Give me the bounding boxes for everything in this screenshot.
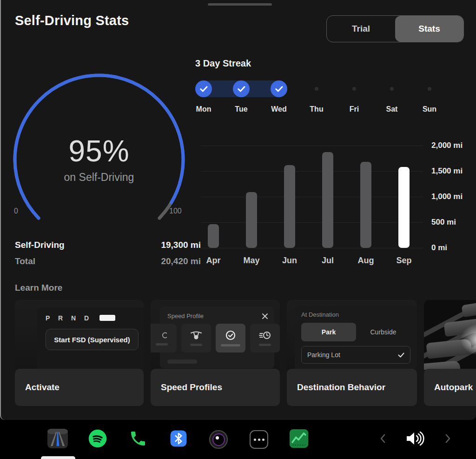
- camera-icon[interactable]: [209, 430, 228, 449]
- x-axis-label-aug: Aug: [358, 256, 374, 266]
- parking-lot-value: Parking Lot: [307, 351, 340, 359]
- profile-tile-hurry: [250, 324, 280, 353]
- card-autopark[interactable]: Autopark: [424, 300, 476, 406]
- day-checked-mon: [195, 80, 212, 97]
- card-speed-profiles-preview: Speed Profile: [151, 300, 280, 370]
- phone-icon[interactable]: [129, 429, 147, 450]
- day-label-mon: Mon: [196, 105, 212, 113]
- speed-offset-slider: [167, 359, 197, 364]
- gauge-min-label: 0: [14, 207, 18, 215]
- card-activate[interactable]: P R N D Start FSD (Supervised) Activate: [15, 300, 144, 406]
- day-label-thu: Thu: [310, 105, 323, 113]
- peek-window-handle[interactable]: [41, 456, 75, 459]
- view-toggle[interactable]: TrialStats: [326, 15, 464, 42]
- at-destination-label: At Destination: [301, 311, 410, 318]
- learn-more-title: Learn More: [15, 283, 62, 293]
- bar-jul: [322, 152, 333, 248]
- gridline: [201, 171, 423, 172]
- bar-sep: [398, 167, 410, 248]
- card-speed-profiles[interactable]: Speed Profile: [151, 300, 280, 406]
- stocks-icon[interactable]: [289, 429, 309, 450]
- y-axis-tick: 500 mi: [431, 218, 469, 227]
- parking-lot-row: Parking Lot: [301, 346, 410, 364]
- segment-curbside: Curbside: [356, 328, 410, 336]
- check-icon: [238, 86, 245, 92]
- day-dot-thu: [315, 87, 318, 91]
- fast-clock-icon: [259, 330, 271, 340]
- check-icon: [200, 86, 208, 92]
- bar-apr: [208, 224, 219, 248]
- y-axis-tick: 2,000 mi: [431, 141, 469, 150]
- x-axis-label-may: May: [243, 256, 259, 266]
- close-icon: [262, 313, 268, 319]
- bluetooth-icon[interactable]: [170, 430, 187, 449]
- speed-profile-mini-panel: Speed Profile: [160, 307, 274, 368]
- app-dock: [0, 420, 476, 459]
- y-axis-tick: 0 mi: [431, 243, 469, 253]
- sloth-icon: [190, 330, 202, 340]
- streak-tracker: MonTueWedThuFriSatSun: [195, 79, 456, 119]
- card-destination-preview: At Destination Park Curbside Parking Lot…: [287, 300, 417, 370]
- activate-mini-panel: P R N D Start FSD (Supervised): [37, 307, 144, 370]
- x-axis-label-jun: Jun: [282, 256, 297, 266]
- day-label-fri: Fri: [350, 105, 359, 113]
- autopilot-icon[interactable]: [47, 428, 68, 451]
- streak-title: 3 Day Streak: [195, 58, 251, 69]
- stat-value: 20,420 mi: [161, 256, 201, 266]
- gauge-caption: on Self-Driving: [64, 171, 134, 184]
- monthly-miles-chart: 2,000 mi1,500 mi1,000 mi500 mi0 miAprMay…: [201, 140, 468, 270]
- self-driving-gauge: 95% on Self-Driving 0 100: [1, 56, 196, 233]
- bar-aug: [360, 162, 371, 248]
- y-axis-tick: 1,500 mi: [431, 166, 469, 176]
- previous-track-icon[interactable]: [379, 433, 387, 446]
- page-title: Self-Driving Stats: [15, 13, 129, 28]
- x-axis-label-apr: Apr: [206, 256, 221, 266]
- gauge-value: 95%: [68, 134, 129, 168]
- card-destination-label: Destination Behavior: [287, 369, 417, 406]
- segment-park: Park: [301, 323, 356, 341]
- destination-mini-panel: At Destination Park Curbside Parking Lot…: [295, 306, 417, 370]
- check-icon: [275, 86, 283, 92]
- tesla-screen: Self-Driving Stats TrialStats 3 Day Stre…: [0, 0, 476, 459]
- headlight-glow: [460, 323, 476, 356]
- profile-tile-standard-selected: [216, 324, 245, 353]
- day-dot-fri: [352, 87, 356, 91]
- stat-label: Self-Driving: [15, 240, 65, 250]
- bar-jun: [284, 165, 295, 248]
- x-axis-label-jul: Jul: [322, 256, 334, 266]
- gridline: [201, 248, 423, 248]
- day-dot-sat: [390, 87, 394, 91]
- profile-tile-chill: [181, 324, 211, 353]
- gear-indicator: P R N D: [46, 314, 92, 322]
- speed-profile-title: Speed Profile: [167, 313, 204, 319]
- day-checked-tue: [233, 80, 250, 97]
- card-autopark-label: Autopark: [424, 369, 476, 406]
- volume-icon[interactable]: [405, 430, 425, 449]
- stat-row-self-driving: Self-Driving19,300 mi: [15, 240, 201, 250]
- mileage-stats: Self-Driving19,300 miTotal20,420 mi: [15, 240, 201, 273]
- next-track-icon[interactable]: [444, 433, 451, 446]
- self-driving-stats-panel: Self-Driving Stats TrialStats 3 Day Stre…: [0, 0, 476, 420]
- toggle-option-trial[interactable]: Trial: [327, 16, 395, 42]
- day-label-wed: Wed: [271, 105, 286, 113]
- card-destination-behavior[interactable]: At Destination Park Curbside Parking Lot…: [287, 300, 417, 406]
- profile-tile-clipped-left: [151, 324, 177, 353]
- x-axis-label-sep: Sep: [396, 256, 411, 266]
- check-circle-icon: [225, 330, 236, 341]
- bar-may: [246, 192, 257, 248]
- day-label-tue: Tue: [235, 105, 247, 113]
- gridline: [201, 222, 423, 223]
- card-autopark-preview: [424, 300, 476, 370]
- gridline: [201, 146, 423, 146]
- start-fsd-button: Start FSD (Supervised): [46, 329, 139, 350]
- more-apps-icon[interactable]: [250, 430, 268, 449]
- day-dot-sun: [428, 87, 431, 91]
- day-label-sun: Sun: [423, 105, 436, 113]
- spotify-icon[interactable]: [88, 429, 107, 450]
- stat-row-total: Total20,420 mi: [15, 256, 201, 266]
- stat-label: Total: [15, 256, 35, 266]
- toggle-option-stats[interactable]: Stats: [395, 16, 463, 42]
- card-speed-profiles-label: Speed Profiles: [151, 369, 280, 406]
- speed-profile-tiles: [151, 324, 280, 353]
- drag-handle[interactable]: [208, 3, 272, 6]
